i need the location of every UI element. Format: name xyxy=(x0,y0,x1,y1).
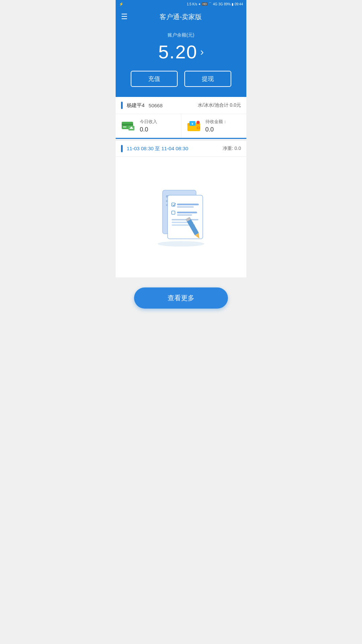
usb-icon: ⚡ xyxy=(119,2,124,6)
empty-state xyxy=(116,157,246,277)
user-row: 杨建平4 50668 水/冰水/池合计 0.0元 xyxy=(116,97,246,114)
status-left: ⚡ xyxy=(119,2,124,6)
svg-point-9 xyxy=(196,121,200,124)
battery-icon: ▮ xyxy=(232,2,234,6)
main-card: 杨建平4 50668 水/冰水/池合计 0.0元 今日收入 0.0 xyxy=(116,97,246,139)
today-income-info: 今日收入 0.0 xyxy=(140,119,157,133)
network-speed: 1.5 K/s xyxy=(187,2,197,6)
date-range: 11-03 08:30 至 11-04 08:30 xyxy=(127,146,223,152)
menu-icon[interactable]: ☰ xyxy=(121,12,128,21)
hd-badge: HD xyxy=(202,2,207,6)
balance-amount: 5.20 xyxy=(158,41,197,63)
pending-item[interactable]: ¥ 待收金额： 0.0 xyxy=(181,114,247,138)
date-indicator xyxy=(121,145,123,152)
stats-row: 今日收入 0.0 ¥ 待收金额： 0.0 xyxy=(116,114,246,139)
signal-4g: 4G xyxy=(213,2,217,6)
balance-actions: 充值 提现 xyxy=(122,71,240,87)
pending-info: 待收金额： 0.0 xyxy=(205,119,227,133)
pending-value: 0.0 xyxy=(205,126,227,133)
net-weight: 净重: 0.0 xyxy=(223,146,241,152)
income-icon xyxy=(121,120,136,132)
pending-label: 待收金额： xyxy=(205,119,227,125)
signal-3g: 3G xyxy=(219,2,223,6)
balance-amount-row[interactable]: 5.20 › xyxy=(122,41,240,63)
svg-rect-21 xyxy=(177,204,199,205)
clock: 09:44 xyxy=(235,2,243,6)
wallet-icon: ¥ xyxy=(187,120,201,132)
empty-illustration xyxy=(144,177,218,251)
today-income-item[interactable]: 今日收入 0.0 xyxy=(116,114,181,138)
status-right: 1.5 K/s ✦ HD ⌒ 4G 3G 89% ▮ 09:44 xyxy=(187,2,243,6)
wifi-icon: ⌒ xyxy=(208,2,212,6)
recharge-button[interactable]: 充值 xyxy=(131,71,178,87)
date-row: 11-03 08:30 至 11-04 08:30 净重: 0.0 xyxy=(116,141,246,157)
svg-text:¥: ¥ xyxy=(191,122,193,125)
svg-point-12 xyxy=(158,241,204,247)
bluetooth-icon: ✦ xyxy=(198,2,201,6)
today-income-value: 0.0 xyxy=(140,126,157,133)
balance-label: 账户余额(元) xyxy=(122,32,240,38)
status-bar: ⚡ 1.5 K/s ✦ HD ⌒ 4G 3G 89% ▮ 09:44 xyxy=(116,0,246,8)
battery-level: 89% xyxy=(224,2,231,6)
svg-point-11 xyxy=(198,127,199,128)
app-title: 客户通-卖家版 xyxy=(131,12,230,21)
water-balance: 水/冰水/池合计 0.0元 xyxy=(198,102,241,108)
balance-chevron-icon: › xyxy=(200,46,204,58)
svg-rect-1 xyxy=(122,124,133,125)
balance-section: 账户余额(元) 5.20 › 充值 提现 xyxy=(116,25,246,97)
svg-rect-25 xyxy=(177,214,192,216)
withdraw-button[interactable]: 提现 xyxy=(184,71,231,87)
app-header: ☰ 客户通-卖家版 xyxy=(116,8,246,25)
svg-rect-2 xyxy=(123,126,126,127)
svg-rect-26 xyxy=(172,219,198,220)
view-more-button[interactable]: 查看更多 xyxy=(134,287,228,309)
user-name: 杨建平4 xyxy=(127,102,144,109)
svg-rect-22 xyxy=(177,206,194,208)
bottom-area: 查看更多 xyxy=(116,277,246,322)
user-indicator xyxy=(121,102,123,109)
today-income-label: 今日收入 xyxy=(140,119,157,125)
user-id: 50668 xyxy=(148,103,163,108)
svg-rect-24 xyxy=(177,212,197,213)
